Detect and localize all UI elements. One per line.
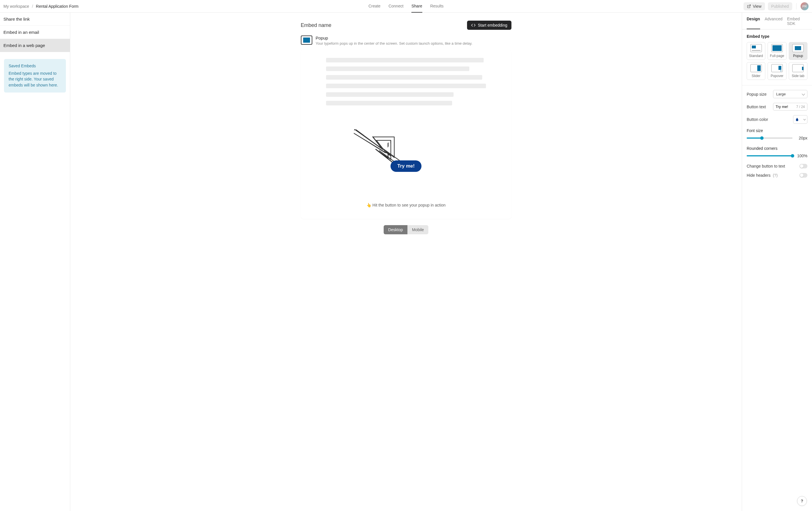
device-toggle: Desktop Mobile [384,225,429,234]
button-text-input-wrap[interactable]: 7 / 24 [773,103,807,111]
button-text-row: Button text 7 / 24 [747,103,807,111]
topbar: My workspace / Rental Application Form C… [0,0,812,12]
skeleton-line [326,101,452,106]
button-text-label: Button text [747,104,766,109]
avatar[interactable]: PR [801,2,809,10]
right-panel: Design Advanced Embed SDK Embed type Sta… [742,12,812,511]
type-popover[interactable]: Popover [767,62,786,80]
popup-size-select[interactable]: Large [773,90,807,98]
main-nav: Create Connect Share Results [369,0,443,12]
popup-info-row: Popup Your typeform pops up in the cente… [301,35,512,47]
skeleton-line [326,66,469,71]
saved-embeds-head: Saved Embeds [8,64,61,68]
divider [796,3,796,9]
popup-size-row: Popup size Large [747,90,807,98]
type-full-page[interactable]: Full-page [767,42,786,60]
type-standard[interactable]: Standard [747,42,765,60]
svg-line-0 [749,5,750,6]
hide-headers-label: Hide headers (?) [747,173,778,178]
rounded-label: Rounded corners [747,146,807,151]
type-side-tab[interactable]: Side tab [789,62,807,80]
change-to-text-label: Change button to text [747,164,785,169]
external-link-icon [747,4,751,8]
workspace: Share the link Embed in an email Embed i… [0,12,812,511]
saved-embeds-body: Embed types are moved to the right side.… [8,70,61,88]
type-label: Side tab [792,74,804,78]
popup-title: Popup [316,35,472,40]
slider-icon [750,64,762,72]
breadcrumb-sep: / [32,4,33,8]
sidebar-item-share-link[interactable]: Share the link [0,12,70,26]
device-mobile[interactable]: Mobile [407,225,428,234]
breadcrumb: My workspace / Rental Application Form [3,4,79,8]
saved-embeds-box: Saved Embeds Embed types are moved to th… [4,59,66,92]
rounded-value: 100% [796,153,807,158]
popup-thumb-icon [301,35,312,45]
popover-icon [771,64,783,72]
button-color-label: Button color [747,117,768,122]
popup-size-label: Popup size [747,92,766,96]
rtab-advanced[interactable]: Advanced [765,17,782,29]
device-desktop[interactable]: Desktop [384,225,407,234]
tool-area: View Published PR [744,2,809,10]
type-label: Standard [749,54,763,58]
breadcrumb-title: Rental Application Form [36,4,79,8]
hide-headers-row: Hide headers (?) [747,173,807,178]
arrow-icon [354,121,403,162]
popup-icon [792,44,804,52]
button-text-input[interactable] [776,104,792,109]
rtab-sdk[interactable]: Embed SDK [787,17,807,29]
divider [742,85,812,85]
rounded-block: Rounded corners 100% [747,146,807,158]
change-to-text-toggle[interactable] [800,164,807,169]
font-size-slider[interactable] [747,138,792,139]
embed-type-head: Embed type [747,34,807,39]
button-color-picker[interactable] [793,115,807,124]
try-me-button[interactable]: Try me! [390,160,422,172]
start-embedding-label: Start embedding [478,23,508,28]
button-text-count: 7 / 24 [796,105,805,109]
help-button[interactable]: ? [797,496,807,506]
tab-share[interactable]: Share [411,0,422,12]
fullpage-icon [771,44,783,52]
embed-name-label: Embed name [301,22,331,28]
popup-hint: 👆 Hit the button to see your popup in ac… [315,203,498,207]
skeleton-line [326,84,486,88]
breadcrumb-workspace[interactable]: My workspace [3,4,29,8]
center-area: Embed name Start embedding Popup Your ty… [70,12,742,511]
type-label: Slider [752,74,760,78]
right-tabs: Design Advanced Embed SDK [742,17,812,30]
center-head-row: Embed name Start embedding [301,21,512,30]
left-sidebar: Share the link Embed in an email Embed i… [0,12,70,511]
skeleton-line [326,75,482,80]
button-color-row: Button color [747,115,807,124]
type-label: Popover [771,74,784,78]
hide-headers-hint[interactable]: (?) [773,173,778,178]
type-popup[interactable]: Popup [789,42,807,60]
type-label: Full-page [770,54,784,58]
popup-text: Popup Your typeform pops up in the cente… [316,35,472,47]
rounded-slider[interactable] [747,155,792,156]
rtab-design[interactable]: Design [747,17,760,29]
popup-desc: Your typeform pops up in the center of t… [316,41,472,47]
sidebar-item-embed-email[interactable]: Embed in an email [0,26,70,39]
skeleton-line [326,92,454,97]
published-button: Published [768,2,792,10]
tab-create[interactable]: Create [369,0,380,12]
start-embedding-button[interactable]: Start embedding [467,21,512,30]
arrow-area: Try me! [315,110,498,200]
change-to-text-row: Change button to text [747,164,807,169]
tab-results[interactable]: Results [430,0,443,12]
tab-connect[interactable]: Connect [388,0,403,12]
sidetab-icon [792,64,804,72]
hide-headers-toggle[interactable] [800,173,807,178]
preview-card: Try me! 👆 Hit the button to see your pop… [301,50,512,219]
skeleton-lines [326,58,486,110]
sidebar-item-embed-web[interactable]: Embed in a web page [0,39,70,52]
view-button[interactable]: View [744,2,765,10]
droplet-icon [795,117,799,121]
type-slider[interactable]: Slider [747,62,765,80]
font-size-block: Font size 20px [747,128,807,140]
code-icon [471,23,475,28]
standard-icon [750,44,762,52]
